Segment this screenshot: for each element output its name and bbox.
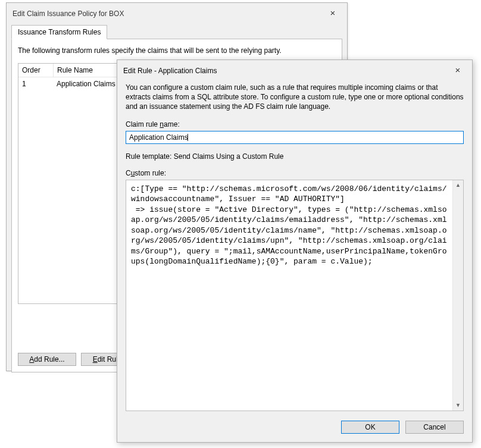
close-icon[interactable]: ×: [324, 8, 341, 20]
dialog-button-row: OK Cancel: [126, 421, 464, 434]
tab-description: The following transform rules specify th…: [18, 46, 336, 55]
cancel-button[interactable]: Cancel: [405, 421, 464, 434]
edit-rule-title: Edit Rule - Application Claims: [123, 67, 449, 75]
edit-rule-content: You can configure a custom claim rule, s…: [117, 80, 472, 442]
scroll-up-icon[interactable]: ▲: [453, 180, 463, 190]
column-header-order[interactable]: Order: [18, 64, 54, 77]
custom-rule-area-wrap: ▲ ▼: [126, 180, 464, 411]
close-icon[interactable]: ×: [449, 65, 466, 77]
rule-template-label: Rule template: Send Claims Using a Custo…: [126, 152, 464, 161]
add-rule-button[interactable]: Add Rule...: [18, 353, 76, 366]
scrollbar[interactable]: ▲ ▼: [452, 180, 463, 411]
custom-rule-label: Custom rule:: [126, 169, 464, 177]
edit-rule-titlebar: Edit Rule - Application Claims ×: [117, 60, 472, 80]
tab-issuance-transform-rules[interactable]: Issuance Transform Rules: [11, 25, 107, 39]
tab-bar: Issuance Transform Rules: [11, 24, 342, 39]
scroll-down-icon[interactable]: ▼: [453, 400, 463, 411]
custom-rule-textarea[interactable]: [126, 180, 463, 411]
edit-rule-window: Edit Rule - Application Claims × You can…: [117, 59, 473, 443]
claim-rule-name-label: Claim rule name:: [126, 120, 464, 129]
claim-rule-name-input[interactable]: Application Claims: [126, 131, 464, 144]
intro-text: You can configure a custom claim rule, s…: [126, 83, 464, 112]
policy-title: Edit Claim Issuance Policy for BOX: [13, 10, 324, 18]
cell-order: 1: [18, 77, 53, 90]
policy-titlebar: Edit Claim Issuance Policy for BOX ×: [7, 3, 347, 23]
ok-button[interactable]: OK: [341, 421, 399, 434]
